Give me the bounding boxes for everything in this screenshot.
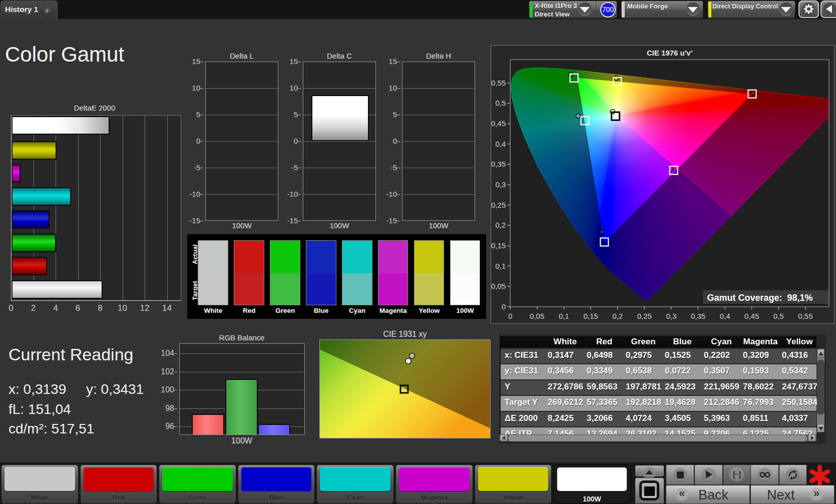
svg-text:0,45: 0,45	[744, 311, 759, 320]
svg-text:0,05: 0,05	[530, 311, 544, 320]
svg-text:0,4: 0,4	[719, 311, 730, 320]
svg-text:0,15: 0,15	[491, 241, 506, 249]
svg-text:0: 0	[508, 311, 512, 320]
svg-text:0,1: 0,1	[559, 311, 569, 320]
svg-text:0,2: 0,2	[495, 221, 506, 229]
svg-text:0,3: 0,3	[495, 180, 506, 188]
svg-text:CIE 1976 u'v': CIE 1976 u'v'	[646, 49, 692, 57]
svg-text:0,35: 0,35	[491, 160, 506, 168]
svg-text:0,55: 0,55	[798, 311, 812, 320]
svg-text:0,25: 0,25	[491, 200, 506, 209]
svg-text:0,2: 0,2	[612, 311, 623, 320]
svg-text:0,55: 0,55	[491, 78, 506, 87]
svg-text:0,1: 0,1	[495, 261, 506, 270]
svg-text:0,5: 0,5	[773, 311, 783, 320]
svg-text:0,4: 0,4	[495, 139, 506, 148]
svg-text:Gamut Coverage: 98,1%: Gamut Coverage: 98,1%	[707, 292, 812, 302]
svg-text:0,35: 0,35	[690, 311, 705, 320]
svg-text:0,3: 0,3	[666, 311, 676, 320]
svg-text:0: 0	[501, 302, 505, 310]
svg-text:0,45: 0,45	[491, 119, 506, 128]
svg-text:0,05: 0,05	[491, 282, 506, 290]
svg-text:0,25: 0,25	[637, 311, 651, 320]
svg-text:0,15: 0,15	[583, 311, 598, 320]
svg-text:0,5: 0,5	[495, 99, 506, 107]
